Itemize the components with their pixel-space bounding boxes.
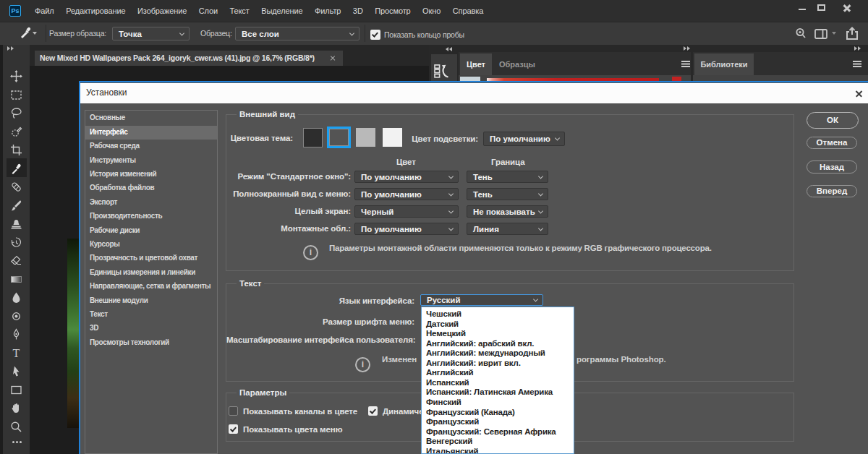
svg-text:T: T bbox=[13, 347, 20, 359]
